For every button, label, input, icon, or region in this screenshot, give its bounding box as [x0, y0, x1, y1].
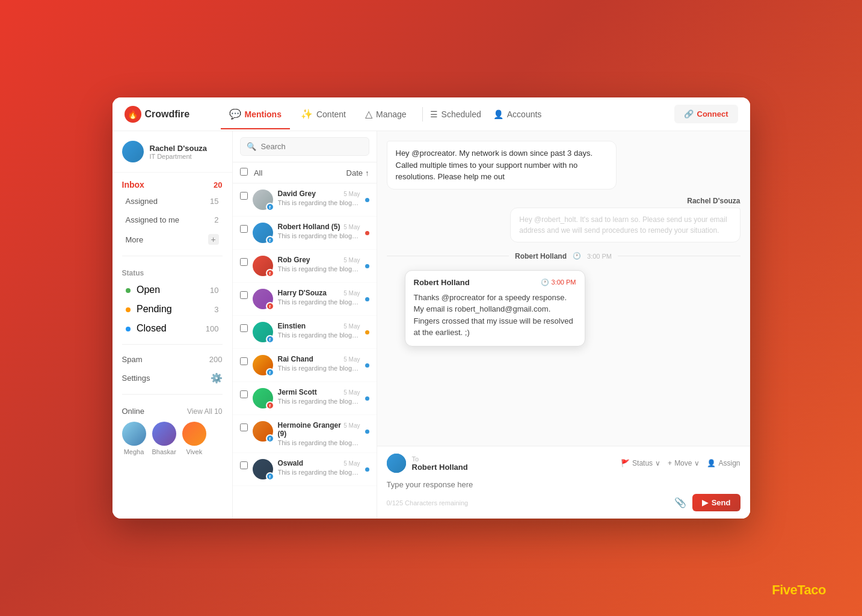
move-btn[interactable]: + Move ∨ — [668, 459, 700, 467]
attach-icon[interactable]: 📎 — [674, 497, 686, 508]
view-all-link[interactable]: View All 10 — [187, 407, 222, 416]
msg-header-row: Rai Chand 5 May — [278, 355, 360, 363]
app-window: 🔥 Crowdfire 💬 Mentions ✨ Content △ Manag… — [112, 97, 750, 519]
msg-status-dot — [365, 198, 369, 202]
list-item[interactable]: f David Grey 5 May This is regarding the… — [233, 183, 377, 217]
msg-checkbox[interactable] — [240, 424, 248, 431]
msg-checkbox[interactable] — [240, 225, 248, 233]
msg-time: 5 May — [343, 389, 360, 396]
status-pending[interactable]: Pending 3 — [116, 300, 229, 318]
compose-to-name: Robert Holland — [412, 463, 615, 472]
online-user-megha: Megha — [122, 422, 146, 455]
tab-mentions[interactable]: 💬 Mentions — [221, 103, 290, 125]
msg-content: Rai Chand 5 May This is regarding the bl… — [278, 355, 360, 372]
msg-checkbox[interactable] — [240, 461, 248, 469]
filter-all-group: All — [240, 167, 263, 178]
msg-content: Harry D'Souza 5 May This is regarding th… — [278, 289, 360, 306]
msg-av-badge: f — [266, 269, 274, 277]
status-open[interactable]: Open 10 — [116, 281, 229, 299]
list-item[interactable]: f Rob Grey 5 May This is regarding the b… — [233, 250, 377, 283]
msg-status-dot — [365, 231, 369, 235]
compose-footer: 0/125 Characters remaining 📎 ▶ Send — [387, 494, 740, 511]
status-closed[interactable]: Closed 100 — [116, 319, 229, 337]
msg-av-badge: f — [266, 203, 274, 211]
msg-avatar: f — [253, 256, 273, 276]
sidebar-item-more[interactable]: More + — [116, 230, 229, 249]
list-item[interactable]: f Robert Holland (5) 5 May This is regar… — [233, 217, 377, 250]
filter-date-btn[interactable]: Date ↑ — [346, 168, 369, 177]
msg-avatar: f — [253, 459, 273, 479]
main-content: Rachel D'souza IT Department Inbox 20 As… — [112, 131, 750, 519]
mentions-icon: 💬 — [229, 108, 241, 120]
msg-checkbox[interactable] — [240, 258, 248, 266]
status-btn[interactable]: 🚩 Status ∨ — [621, 459, 660, 467]
compose-to-row: To Robert Holland 🚩 Status ∨ + Move ∨ — [387, 454, 740, 473]
pending-dot — [126, 307, 131, 312]
search-icon: 🔍 — [247, 142, 256, 151]
msg-header-row: Jermi Scott 5 May — [278, 388, 360, 396]
divider-line-right — [618, 256, 740, 256]
tab-manage[interactable]: △ Manage — [357, 103, 415, 125]
message-list-header: 🔍 — [233, 131, 377, 162]
user-info: Rachel D'souza IT Department — [150, 144, 223, 160]
msg-checkbox[interactable] — [240, 357, 248, 365]
connect-button[interactable]: 🔗 Connect — [674, 105, 738, 123]
add-item-icon[interactable]: + — [208, 234, 219, 245]
accounts-icon: 👤 — [493, 109, 503, 119]
tab-accounts[interactable]: 👤 Accounts — [493, 109, 542, 119]
msg-checkbox[interactable] — [240, 324, 248, 332]
list-item[interactable]: f Harry D'Souza 5 May This is regarding … — [233, 283, 377, 316]
msg-checkbox[interactable] — [240, 291, 248, 299]
msg-content: Hermoine Granger (9) 5 May This is regar… — [278, 421, 360, 446]
chars-remaining: 0/125 Characters remaining — [387, 499, 469, 507]
msg-header-row: David Grey 5 May — [278, 189, 360, 198]
list-item[interactable]: f Oswald 5 May This is regarding the blo… — [233, 453, 377, 486]
flag-icon: 🚩 — [621, 459, 630, 467]
sidebar-item-assigned-to-me[interactable]: Assigned to me 2 — [116, 211, 229, 229]
send-button[interactable]: ▶ Send — [692, 494, 740, 511]
all-checkbox[interactable] — [240, 168, 248, 176]
msg-avatar: f — [253, 322, 273, 342]
inbox-header: Inbox 20 — [122, 180, 223, 189]
tab-scheduled[interactable]: ☰ Scheduled — [430, 109, 481, 119]
list-item[interactable]: f Jermi Scott 5 May This is regarding th… — [233, 382, 377, 415]
chat-messages: Hey @procreator. My network is down sinc… — [377, 131, 750, 446]
inbox-count: 20 — [214, 180, 222, 189]
msg-checkbox[interactable] — [240, 390, 248, 398]
msg-header-row: Oswald 5 May — [278, 459, 360, 467]
list-item[interactable]: f Einstien 5 May This is regarding the b… — [233, 316, 377, 349]
msg-av-badge: f — [266, 434, 274, 443]
popup-bubble: Robert Holland 🕐 3:00 PM Thanks @procrea… — [405, 270, 585, 346]
msg-checkbox[interactable] — [240, 192, 248, 200]
msg-sender: Robert Holland (5) — [278, 223, 340, 231]
list-item[interactable]: f Rai Chand 5 May This is regarding the … — [233, 349, 377, 382]
status-chevron: ∨ — [655, 459, 660, 467]
manage-icon: △ — [365, 108, 372, 120]
compose-to-label: To — [412, 455, 615, 463]
msg-header-row: Harry D'Souza 5 May — [278, 289, 360, 297]
assign-btn[interactable]: 👤 Assign — [707, 459, 740, 467]
msg-preview: This is regarding the blog article publi… — [278, 398, 360, 405]
sidebar-divider-1 — [122, 256, 223, 256]
search-input[interactable] — [261, 142, 363, 151]
sidebar-spam[interactable]: Spam 200 — [112, 351, 232, 368]
msg-header-row: Hermoine Granger (9) 5 May — [278, 421, 360, 438]
sidebar-divider-3 — [122, 394, 223, 395]
tab-content[interactable]: ✨ Content — [292, 103, 354, 125]
compose-input[interactable] — [387, 480, 740, 489]
list-item[interactable]: f Hermoine Granger (9) 5 May This is reg… — [233, 415, 377, 453]
megha-avatar — [122, 422, 146, 446]
sidebar-item-assigned[interactable]: Assigned 15 — [116, 192, 229, 210]
filter-all-label: All — [254, 168, 262, 177]
watermark: FiveTaco — [772, 582, 826, 598]
outgoing-message: Hey @robert_holt. It's sad to learn so. … — [510, 208, 740, 242]
msg-preview: This is regarding the blog article publi… — [278, 199, 360, 206]
bhaskar-avatar — [152, 422, 176, 446]
msg-content: Einstien 5 May This is regarding the blo… — [278, 322, 360, 339]
user-department: IT Department — [150, 153, 223, 160]
msg-status-dot — [365, 363, 369, 368]
sidebar-settings[interactable]: Settings ⚙️ — [112, 368, 232, 388]
online-header: Online View All 10 — [122, 407, 223, 416]
msg-preview: This is regarding the blog article publi… — [278, 365, 360, 372]
tab-accounts-label: Accounts — [507, 109, 542, 119]
